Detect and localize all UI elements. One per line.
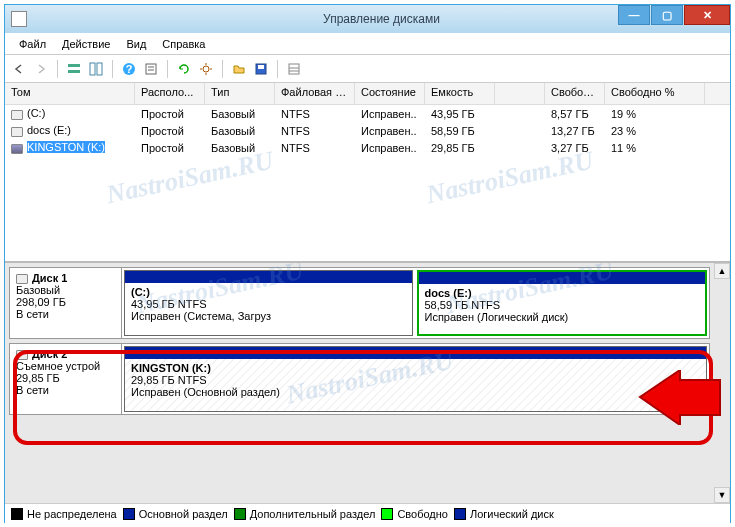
menu-action[interactable]: Действие bbox=[54, 35, 118, 53]
legend-primary: Основной раздел bbox=[139, 508, 228, 520]
cell-free: 13,27 ГБ bbox=[545, 124, 605, 138]
svg-rect-12 bbox=[289, 64, 299, 74]
partition[interactable]: (C:)43,95 ГБ NTFSИсправен (Система, Загр… bbox=[124, 270, 413, 336]
partition-info: 58,59 ГБ NTFS bbox=[425, 299, 700, 311]
cell-fs: NTFS bbox=[275, 107, 355, 121]
cell-type: Базовый bbox=[205, 107, 275, 121]
disk-info: Диск 1Базовый298,09 ГБВ сети bbox=[10, 268, 122, 338]
cell-freepct: 23 % bbox=[605, 124, 705, 138]
app-icon bbox=[11, 11, 27, 27]
volume-row[interactable]: (C:)ПростойБазовыйNTFSИсправен..43,95 ГБ… bbox=[5, 105, 730, 122]
disk-icon bbox=[16, 350, 28, 360]
titlebar[interactable]: Управление дисками — ▢ ✕ bbox=[5, 5, 730, 33]
cell-capacity: 58,59 ГБ bbox=[425, 124, 495, 138]
drive-icon bbox=[11, 144, 23, 154]
settings-icon[interactable] bbox=[196, 59, 216, 79]
partition-name: docs (E:) bbox=[425, 287, 700, 299]
close-button[interactable]: ✕ bbox=[684, 5, 730, 25]
refresh-icon[interactable] bbox=[174, 59, 194, 79]
col-capacity[interactable]: Емкость bbox=[425, 83, 495, 104]
cell-fs: NTFS bbox=[275, 124, 355, 138]
disk-status: В сети bbox=[16, 308, 49, 320]
disk-size: 298,09 ГБ bbox=[16, 296, 66, 308]
list-view-icon[interactable] bbox=[284, 59, 304, 79]
svg-rect-0 bbox=[68, 64, 80, 67]
legend-free: Свободно bbox=[397, 508, 448, 520]
column-headers: Том Располо... Тип Файловая с... Состоян… bbox=[5, 83, 730, 105]
disk-map: NastroiSam.RU NastroiSam.RU NastroiSam.R… bbox=[5, 263, 714, 503]
forward-button[interactable] bbox=[31, 59, 51, 79]
legend-extended-box bbox=[234, 508, 246, 520]
legend-extended: Дополнительный раздел bbox=[250, 508, 376, 520]
svg-point-9 bbox=[203, 66, 209, 72]
cell-layout: Простой bbox=[135, 107, 205, 121]
open-icon[interactable] bbox=[229, 59, 249, 79]
col-filesystem[interactable]: Файловая с... bbox=[275, 83, 355, 104]
scroll-down-button[interactable]: ▼ bbox=[714, 487, 730, 503]
toolbar: ? bbox=[5, 55, 730, 83]
volume-list: Том Располо... Тип Файловая с... Состоян… bbox=[5, 83, 730, 263]
volume-name: docs (E:) bbox=[27, 124, 71, 136]
save-icon[interactable] bbox=[251, 59, 271, 79]
volume-name: KINGSTON (K:) bbox=[27, 141, 105, 153]
vertical-scrollbar[interactable]: ▲ ▼ bbox=[714, 263, 730, 503]
scroll-up-button[interactable]: ▲ bbox=[714, 263, 730, 279]
partition-status: Исправен (Логический диск) bbox=[425, 311, 700, 323]
volume-name: (C:) bbox=[27, 107, 45, 119]
col-layout[interactable]: Располо... bbox=[135, 83, 205, 104]
disk-status: В сети bbox=[16, 384, 49, 396]
partition-info: 29,85 ГБ NTFS bbox=[131, 374, 700, 386]
svg-rect-1 bbox=[68, 70, 80, 73]
disk-row[interactable]: Диск 1Базовый298,09 ГБВ сети(C:)43,95 ГБ… bbox=[9, 267, 710, 339]
partition-name: (C:) bbox=[131, 286, 406, 298]
col-type[interactable]: Тип bbox=[205, 83, 275, 104]
maximize-button[interactable]: ▢ bbox=[651, 5, 683, 25]
legend: Не распределена Основной раздел Дополнит… bbox=[5, 503, 730, 523]
cell-capacity: 29,85 ГБ bbox=[425, 141, 495, 155]
cell-layout: Простой bbox=[135, 124, 205, 138]
menu-view[interactable]: Вид bbox=[118, 35, 154, 53]
cell-free: 3,27 ГБ bbox=[545, 141, 605, 155]
disk-type: Базовый bbox=[16, 284, 60, 296]
disk-name: Диск 2 bbox=[32, 348, 67, 360]
view-detail-icon[interactable] bbox=[86, 59, 106, 79]
svg-rect-11 bbox=[258, 65, 264, 69]
col-volume[interactable]: Том bbox=[5, 83, 135, 104]
col-freepct[interactable]: Свободно % bbox=[605, 83, 705, 104]
partition-status: Исправен (Основной раздел) bbox=[131, 386, 700, 398]
properties-icon[interactable] bbox=[141, 59, 161, 79]
disk-row[interactable]: Диск 2Съемное устрой29,85 ГБВ сетиKINGST… bbox=[9, 343, 710, 415]
disk-size: 29,85 ГБ bbox=[16, 372, 60, 384]
view-list-icon[interactable] bbox=[64, 59, 84, 79]
drive-icon bbox=[11, 110, 23, 120]
partition-status: Исправен (Система, Загруз bbox=[131, 310, 406, 322]
disk-name: Диск 1 bbox=[32, 272, 67, 284]
cell-type: Базовый bbox=[205, 124, 275, 138]
disk-management-window: Управление дисками — ▢ ✕ Файл Действие В… bbox=[4, 4, 731, 523]
menu-file[interactable]: Файл bbox=[11, 35, 54, 53]
menu-help[interactable]: Справка bbox=[154, 35, 213, 53]
legend-free-box bbox=[381, 508, 393, 520]
disk-info: Диск 2Съемное устрой29,85 ГБВ сети bbox=[10, 344, 122, 414]
col-free[interactable]: Свобод... bbox=[545, 83, 605, 104]
help-icon[interactable]: ? bbox=[119, 59, 139, 79]
legend-logical: Логический диск bbox=[470, 508, 554, 520]
volume-row[interactable]: docs (E:)ПростойБазовыйNTFSИсправен..58,… bbox=[5, 122, 730, 139]
legend-primary-box bbox=[123, 508, 135, 520]
svg-rect-6 bbox=[146, 64, 156, 74]
svg-rect-3 bbox=[97, 63, 102, 75]
cell-free: 8,57 ГБ bbox=[545, 107, 605, 121]
disk-type: Съемное устрой bbox=[16, 360, 100, 372]
partition[interactable]: KINGSTON (K:)29,85 ГБ NTFSИсправен (Осно… bbox=[124, 346, 707, 412]
back-button[interactable] bbox=[9, 59, 29, 79]
svg-text:?: ? bbox=[126, 63, 133, 75]
partition[interactable]: docs (E:)58,59 ГБ NTFSИсправен (Логическ… bbox=[417, 270, 708, 336]
cell-freepct: 11 % bbox=[605, 141, 705, 155]
col-status[interactable]: Состояние bbox=[355, 83, 425, 104]
cell-status: Исправен.. bbox=[355, 107, 425, 121]
legend-unallocated: Не распределена bbox=[27, 508, 117, 520]
minimize-button[interactable]: — bbox=[618, 5, 650, 25]
volume-row[interactable]: KINGSTON (K:)ПростойБазовыйNTFSИсправен.… bbox=[5, 139, 730, 156]
cell-status: Исправен.. bbox=[355, 124, 425, 138]
legend-unallocated-box bbox=[11, 508, 23, 520]
